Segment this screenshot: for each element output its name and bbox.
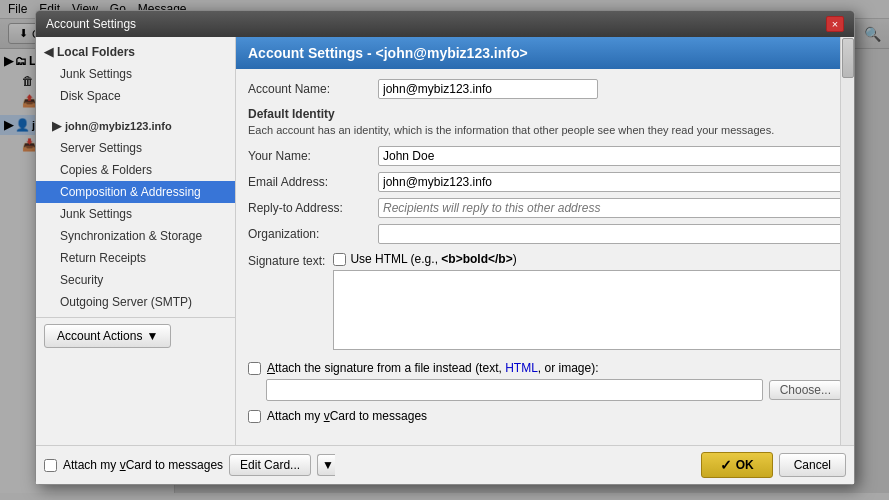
nav-copies-folders[interactable]: Copies & Folders	[36, 159, 235, 181]
nav-account-header[interactable]: ▶ john@mybiz123.info	[36, 115, 235, 137]
nav-server-settings[interactable]: Server Settings	[36, 137, 235, 159]
modal-left-nav: ◀ Local Folders Junk Settings Disk Space…	[36, 37, 236, 445]
nav-local-folders-header[interactable]: ◀ Local Folders	[36, 41, 235, 63]
organization-input[interactable]	[378, 224, 842, 244]
nav-junk-settings[interactable]: Junk Settings	[36, 63, 235, 85]
modal-right-content: Account Settings - <john@mybiz123.info> …	[236, 37, 854, 445]
edit-card-button[interactable]: Edit Card...	[229, 454, 311, 476]
attach-vcard-checkbox[interactable]	[248, 410, 261, 423]
reply-to-input[interactable]	[378, 198, 842, 218]
signature-row: Signature text: Use HTML (e.g., <b>bold<…	[248, 252, 842, 353]
nav-section-local: ◀ Local Folders Junk Settings Disk Space	[36, 37, 235, 111]
footer-vcard-checkbox[interactable]	[44, 459, 57, 472]
account-actions-button[interactable]: Account Actions ▼	[44, 324, 171, 348]
ok-label: OK	[736, 458, 754, 472]
default-identity-desc: Each account has an identity, which is t…	[248, 123, 842, 138]
organization-label: Organization:	[248, 227, 378, 241]
ok-button[interactable]: ✓ OK	[701, 452, 773, 478]
nav-local-folders-arrow-icon: ◀	[44, 45, 53, 59]
account-actions-dropdown-icon: ▼	[146, 329, 158, 343]
modal-overlay: Account Settings × ◀ Local Folders Junk …	[0, 0, 889, 500]
use-html-checkbox[interactable]	[333, 253, 346, 266]
email-address-label: Email Address:	[248, 175, 378, 189]
nav-section-account: ▶ john@mybiz123.info Server Settings Cop…	[36, 111, 235, 317]
use-html-label: Use HTML (e.g., <b>bold</b>)	[350, 252, 516, 266]
nav-composition-addressing[interactable]: Composition & Addressing	[36, 181, 235, 203]
nav-sync-storage[interactable]: Synchronization & Storage	[36, 225, 235, 247]
organization-row: Organization:	[248, 224, 842, 244]
scrollbar[interactable]	[840, 37, 854, 445]
account-settings-dialog: Account Settings × ◀ Local Folders Junk …	[35, 10, 855, 485]
attach-sig-checkbox[interactable]	[248, 362, 261, 375]
email-address-row: Email Address:	[248, 172, 842, 192]
email-address-input[interactable]	[378, 172, 842, 192]
account-actions-label: Account Actions	[57, 329, 142, 343]
content-header: Account Settings - <john@mybiz123.info>	[236, 37, 854, 69]
reply-to-row: Reply-to Address:	[248, 198, 842, 218]
account-name-label: Account Name:	[248, 82, 378, 96]
scrollbar-thumb[interactable]	[842, 38, 854, 78]
signature-right: Use HTML (e.g., <b>bold</b>)	[333, 252, 842, 353]
nav-outgoing-server[interactable]: Outgoing Server (SMTP)	[36, 291, 235, 313]
attach-sig-row: Attach the signature from a file instead…	[248, 361, 842, 375]
more-button[interactable]: ▼	[317, 454, 335, 476]
nav-security[interactable]: Security	[36, 269, 235, 291]
footer-vcard-label: Attach my vCard to messages	[63, 458, 223, 472]
content-header-text: Account Settings - <john@mybiz123.info>	[248, 45, 528, 61]
attach-vcard-label: Attach my vCard to messages	[267, 409, 427, 423]
account-name-input[interactable]	[378, 79, 598, 99]
vcard-row: Attach my vCard to messages	[248, 409, 842, 423]
footer-left: Attach my vCard to messages Edit Card...…	[44, 454, 695, 476]
modal-body: ◀ Local Folders Junk Settings Disk Space…	[36, 37, 854, 445]
default-identity-title: Default Identity	[248, 107, 842, 121]
signature-textarea[interactable]	[333, 270, 842, 350]
signature-text-label: Signature text:	[248, 252, 325, 268]
account-name-row: Account Name:	[248, 79, 842, 99]
nav-junk-settings-acct[interactable]: Junk Settings	[36, 203, 235, 225]
cancel-button[interactable]: Cancel	[779, 453, 846, 477]
nav-account-arrow-icon: ▶	[52, 119, 61, 133]
nav-disk-space[interactable]: Disk Space	[36, 85, 235, 107]
attach-sig-label: Attach the signature from a file instead…	[267, 361, 599, 375]
modal-titlebar: Account Settings ×	[36, 11, 854, 37]
reply-to-label: Reply-to Address:	[248, 201, 378, 215]
attach-sig-file-row: Choose...	[248, 379, 842, 401]
close-button[interactable]: ×	[826, 16, 844, 32]
attach-sig-file-input[interactable]	[266, 379, 763, 401]
nav-return-receipts[interactable]: Return Receipts	[36, 247, 235, 269]
choose-button[interactable]: Choose...	[769, 380, 842, 400]
your-name-label: Your Name:	[248, 149, 378, 163]
modal-left-bottom-bar: Account Actions ▼	[36, 317, 235, 354]
modal-title: Account Settings	[46, 17, 136, 31]
modal-footer: Attach my vCard to messages Edit Card...…	[36, 445, 854, 484]
content-body: Account Name: Default Identity Each acco…	[236, 69, 854, 433]
ok-icon: ✓	[720, 457, 732, 473]
use-html-row: Use HTML (e.g., <b>bold</b>)	[333, 252, 842, 266]
your-name-row: Your Name:	[248, 146, 842, 166]
your-name-input[interactable]	[378, 146, 842, 166]
